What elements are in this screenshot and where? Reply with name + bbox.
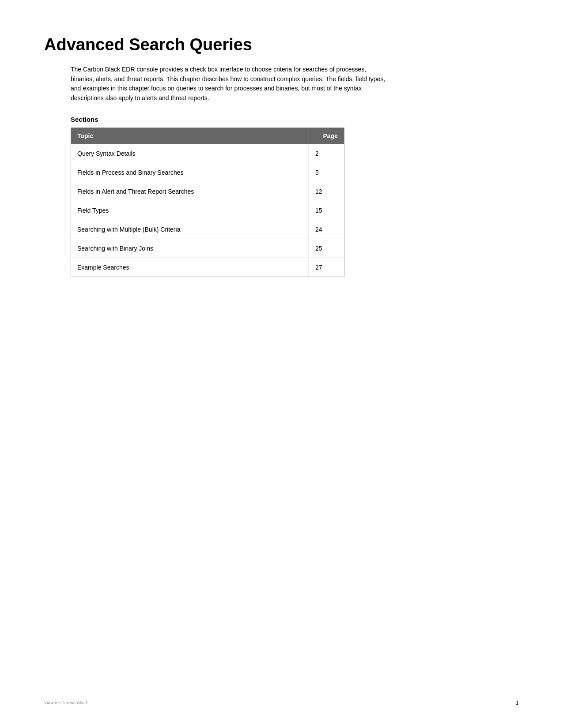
table-cell-topic: Query Syntax Details (71, 144, 309, 163)
table-row: Fields in Alert and Threat Report Search… (71, 182, 344, 201)
sections-heading: Sections (71, 116, 519, 123)
footer-logo: VMware Carbon Black (44, 701, 88, 705)
table-cell-page: 24 (309, 220, 344, 239)
table-cell-page: 5 (309, 163, 344, 182)
table-cell-topic: Fields in Alert and Threat Report Search… (71, 182, 309, 201)
table-row: Query Syntax Details2 (71, 144, 344, 163)
footer: VMware Carbon Black 1 (0, 699, 563, 706)
intro-paragraph: The Carbon Black EDR console provides a … (71, 65, 389, 103)
table-row: Searching with Multiple (Bulk) Criteria2… (71, 220, 344, 239)
table-cell-page: 15 (309, 201, 344, 220)
table-cell-topic: Fields in Process and Binary Searches (71, 163, 309, 182)
table-row: Field Types15 (71, 201, 344, 220)
table-cell-page: 12 (309, 182, 344, 201)
table-cell-topic: Example Searches (71, 258, 309, 277)
sections-table: Topic Page Query Syntax Details2Fields i… (71, 128, 344, 277)
table-row: Fields in Process and Binary Searches5 (71, 163, 344, 182)
table-cell-page: 25 (309, 239, 344, 258)
table-cell-topic: Searching with Binary Joins (71, 239, 309, 258)
table-row: Example Searches27 (71, 258, 344, 277)
table-cell-topic: Field Types (71, 201, 309, 220)
footer-page-number: 1 (516, 699, 519, 706)
table-cell-topic: Searching with Multiple (Bulk) Criteria (71, 220, 309, 239)
page-container: Advanced Search Queries The Carbon Black… (0, 0, 563, 728)
page-title: Advanced Search Queries (44, 35, 519, 54)
table-row: Searching with Binary Joins25 (71, 239, 344, 258)
col-header-page: Page (309, 128, 344, 144)
table-cell-page: 2 (309, 144, 344, 163)
col-header-topic: Topic (71, 128, 309, 144)
table-cell-page: 27 (309, 258, 344, 277)
